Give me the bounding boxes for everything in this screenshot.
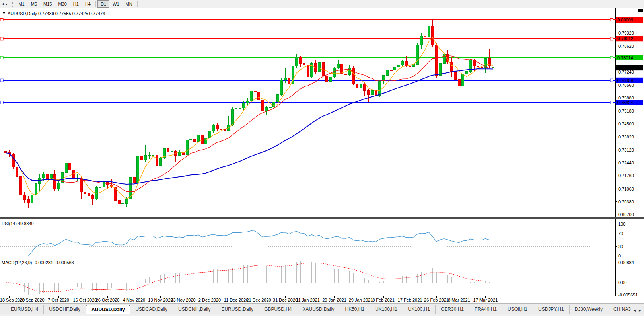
timeframe-buttons: M1M5M15M30H1H4D1W1MN <box>15 0 139 8</box>
chart-tab-USDCHF-Daily[interactable]: USDCHF,Daily <box>44 305 86 314</box>
timeframe-button-M1[interactable]: M1 <box>15 0 27 8</box>
timeframe-button-M15[interactable]: M15 <box>40 0 55 8</box>
svg-text:0.75880: 0.75880 <box>618 96 634 100</box>
chart-tab-bar: EURUSD,H4USDCHF,DailyAUDUSD,DailyUSDCAD,… <box>0 303 644 314</box>
chart-tab-AUDUSD-Daily[interactable]: AUDUSD,Daily <box>86 305 130 314</box>
svg-text:0.71760: 0.71760 <box>618 173 634 178</box>
svg-text:11 Jan 2021: 11 Jan 2021 <box>296 298 320 302</box>
chart-tab-USOil-H1[interactable]: USOil,H1 <box>502 305 533 314</box>
chart-tab-USDCNH-Daily[interactable]: USDCNH,Daily <box>173 305 216 314</box>
svg-text:0.74500: 0.74500 <box>618 121 634 126</box>
svg-text:21 Dec 2020: 21 Dec 2020 <box>246 298 271 302</box>
svg-text:0.75180: 0.75180 <box>618 109 634 113</box>
svg-text:26 Oct 2020: 26 Oct 2020 <box>96 298 120 302</box>
chart-tab-UK100-H1[interactable]: UK100,H1 <box>370 305 403 314</box>
svg-text:0.72440: 0.72440 <box>618 160 634 165</box>
toolbar-separator <box>137 1 138 7</box>
svg-text:17 Feb 2021: 17 Feb 2021 <box>398 298 422 302</box>
svg-text:30: 30 <box>618 244 623 249</box>
svg-text:0.69700: 0.69700 <box>618 212 634 217</box>
svg-text:0.71060: 0.71060 <box>618 187 634 191</box>
svg-text:26 Feb 2021: 26 Feb 2021 <box>424 298 449 302</box>
svg-text:8 Mar 2021: 8 Mar 2021 <box>448 298 470 302</box>
svg-text:11 Dec 2020: 11 Dec 2020 <box>224 298 249 302</box>
svg-text:0.00884: 0.00884 <box>618 260 634 265</box>
svg-text:7 Oct 2020: 7 Oct 2020 <box>48 298 69 302</box>
svg-text:70: 70 <box>618 231 623 236</box>
svg-text:16 Oct 2020: 16 Oct 2020 <box>73 298 97 302</box>
svg-text:0.73120: 0.73120 <box>618 148 634 152</box>
price-badge-0.75624: 0.75624 <box>616 100 643 105</box>
chart-tab-UK100-H1[interactable]: UK100,H1 <box>403 305 436 314</box>
tab-scroll-left-icon[interactable]: ◂ <box>634 308 636 312</box>
chart-tab-GBPUSD-H4[interactable]: GBPUSD,H4 <box>259 305 297 314</box>
svg-text:4 Nov 2020: 4 Nov 2020 <box>123 298 145 302</box>
svg-text:23 Nov 2020: 23 Nov 2020 <box>171 298 195 302</box>
svg-text:20 Jan 2021: 20 Jan 2021 <box>322 298 346 302</box>
cursor-tool-button[interactable]: + ▾ <box>0 0 9 8</box>
price-badge-0.78014: 0.78014 <box>616 55 643 60</box>
timeframe-button-MN[interactable]: MN <box>123 0 136 8</box>
chart-background <box>0 8 644 303</box>
chart-tab-DJ30-Weekly[interactable]: DJ30,Weekly <box>570 305 608 314</box>
crosshair-icon: + <box>2 2 4 6</box>
chart-corner-marker <box>638 9 643 12</box>
svg-text:0.79012: 0.79012 <box>617 36 633 41</box>
svg-text:28 Sep 2020: 28 Sep 2020 <box>19 298 44 302</box>
chart-tab-EURUSD-H4[interactable]: EURUSD,H4 <box>6 305 44 314</box>
timeframe-button-H4[interactable]: H4 <box>82 0 94 8</box>
svg-text:29 Jan 2021: 29 Jan 2021 <box>349 298 373 302</box>
chart-tabs: EURUSD,H4USDCHF,DailyAUDUSD,DailyUSDCAD,… <box>0 305 631 314</box>
svg-text:0.00: 0.00 <box>618 280 626 285</box>
status-bar <box>0 314 644 316</box>
chart-tab-FRA40-H1[interactable]: FRA40,H1 <box>469 305 502 314</box>
svg-text:100: 100 <box>618 222 625 226</box>
timeframe-button-M5[interactable]: M5 <box>28 0 40 8</box>
svg-text:13 Nov 2020: 13 Nov 2020 <box>148 298 173 302</box>
svg-text:0.70380: 0.70380 <box>618 199 634 204</box>
chart-tab-EURUSD-Daily[interactable]: EURUSD,Daily <box>216 305 259 314</box>
svg-text:0.78014: 0.78014 <box>617 55 633 60</box>
chart-tab-HK50-H1[interactable]: HK50,H1 <box>340 305 370 314</box>
svg-text:17 Mar 2021: 17 Mar 2021 <box>473 298 498 302</box>
svg-text:0.76809: 0.76809 <box>617 78 633 83</box>
svg-text:0.75624: 0.75624 <box>617 100 633 105</box>
macd-label: MACD(12,26,9) -0.000281 -0.000566 <box>2 260 74 265</box>
chart-title: AUDUSD,Daily 0.77439 0.77555 0.77425 0.7… <box>2 11 105 16</box>
chart-tab-XAUUSD-Daily[interactable]: XAUUSD,Daily <box>297 305 340 314</box>
svg-text:31 Dec 2020: 31 Dec 2020 <box>273 298 298 302</box>
timeframe-button-M30[interactable]: M30 <box>55 0 70 8</box>
chevron-down-icon: ▾ <box>6 2 7 6</box>
svg-text:0.78620: 0.78620 <box>618 44 634 49</box>
toolbar-grip <box>11 2 13 7</box>
timeframe-toolbar: + ▾ M1M5M15M30H1H4D1W1MN <box>0 0 644 8</box>
svg-text:0.76560: 0.76560 <box>618 83 634 88</box>
svg-text:2 Dec 2020: 2 Dec 2020 <box>198 298 221 302</box>
tab-scroll-right-icon[interactable]: ▸ <box>639 308 641 312</box>
svg-text:0: 0 <box>618 254 621 258</box>
svg-text:-0.005651: -0.005651 <box>618 293 638 297</box>
chart-tab-CHINA300-H1[interactable]: CHINA300,H1 <box>608 305 631 314</box>
price-badge-0.76809: 0.76809 <box>616 78 643 83</box>
timeframe-button-D1[interactable]: D1 <box>97 0 109 8</box>
toolbar-separator <box>95 1 96 7</box>
chart-tab-USDJPY-H1[interactable]: USDJPY,H1 <box>533 305 569 314</box>
svg-text:0.80009: 0.80009 <box>617 18 633 22</box>
svg-text:0.79320: 0.79320 <box>618 31 634 35</box>
tab-scroll-arrows: ◂ ▸ <box>631 308 644 314</box>
svg-text:AUDUSD,Daily 0.77439 0.77555: AUDUSD,Daily 0.77439 0.77555 0.77425 0.7… <box>8 11 105 16</box>
timeframe-button-W1[interactable]: W1 <box>109 0 123 8</box>
price-badge-0.80009: 0.80009 <box>616 17 643 23</box>
price-badge-0.79012: 0.79012 <box>616 36 643 41</box>
price-badge-0.77476: 0.77476 <box>616 65 643 70</box>
timeframe-button-H1[interactable]: H1 <box>70 0 82 8</box>
chart-tab-GER30-H1[interactable]: GER30,H1 <box>436 305 469 314</box>
svg-text:8 Feb 2021: 8 Feb 2021 <box>372 298 395 302</box>
svg-text:0.73820: 0.73820 <box>618 135 634 139</box>
rsi-label: RSI(14) 49.8849 <box>2 221 34 226</box>
chart-tab-USDCAD-Daily[interactable]: USDCAD,Daily <box>130 305 173 314</box>
svg-text:0.77476: 0.77476 <box>617 65 633 70</box>
chart-canvas[interactable]: 0.793200.786200.779400.772400.765600.758… <box>0 8 644 303</box>
